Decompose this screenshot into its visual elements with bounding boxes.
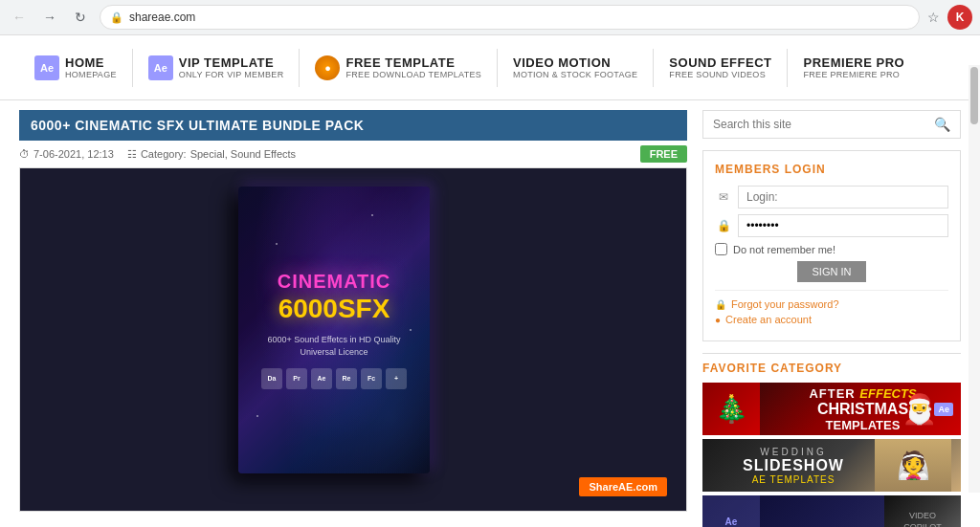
post-category-label: Category: xyxy=(141,148,187,160)
effects-text: EFFECTS xyxy=(859,386,916,401)
search-icon[interactable]: 🔍 xyxy=(934,117,950,132)
login-field: ✉ xyxy=(715,186,948,209)
forgot-link[interactable]: Forgot your password? xyxy=(731,298,839,310)
nav-sound-labels: SOUND EFFECT FREE SOUND VIDEOS xyxy=(669,55,771,79)
nav-free-sub: FREE DOWNLOAD TEMPLATES xyxy=(345,70,481,79)
forward-button[interactable]: → xyxy=(38,6,61,29)
nav-video[interactable]: VIDEO MOTION MOTION & STOCK FOOTAGE xyxy=(498,55,653,79)
nav-vip-labels: VIP TEMPLATE ONLY FOR VIP MEMBER xyxy=(179,55,284,79)
password-input[interactable] xyxy=(738,214,948,237)
address-bar[interactable]: 🔒 shareae.com xyxy=(100,5,920,30)
sfx-logos: Da Pr Ae Re Fc + xyxy=(261,368,407,389)
sfx-stars xyxy=(238,187,430,473)
post-meta: ⏱ 7-06-2021, 12:13 ☷ Category: Special, … xyxy=(19,141,687,167)
nav-free-main: FREE TEMPLATE xyxy=(345,55,481,70)
refresh-button[interactable]: ↻ xyxy=(69,6,92,29)
back-button[interactable]: ← xyxy=(8,6,31,29)
logo-extra: + xyxy=(386,368,407,389)
christmas-text: CHRISTMAS xyxy=(765,401,961,418)
login-input[interactable] xyxy=(738,186,948,209)
password-field: 🔒 xyxy=(715,214,948,237)
circle-free-icon: ● xyxy=(315,55,340,80)
right-sidebar: 🔍 MEMBERS LOGIN ✉ 🔒 Do not remember me! … xyxy=(702,110,961,518)
post-title: 6000+ CINEMATIC SFX ULTIMATE BUNDLE PACK xyxy=(19,110,687,141)
browser-toolbar: ← → ↻ 🔒 shareae.com ☆ K xyxy=(0,0,980,34)
remember-checkbox[interactable] xyxy=(715,243,727,255)
sfx-title-line2: 6000SFX xyxy=(278,296,390,322)
nav-free[interactable]: ● FREE TEMPLATE FREE DOWNLOAD TEMPLATES xyxy=(300,55,497,80)
nav-sound[interactable]: SOUND EFFECT FREE SOUND VIDEOS xyxy=(654,55,787,79)
ae-templates-label: AE TEMPLATES xyxy=(712,474,875,485)
after-text: AFTER xyxy=(809,386,859,401)
fav-item-wedding[interactable]: WEDDING SLIDESHOW AE TEMPLATES 👰 xyxy=(702,439,961,492)
nav-video-labels: VIDEO MOTION MOTION & STOCK FOOTAGE xyxy=(513,55,637,79)
fav-item-third[interactable]: Ae VIDEOCOPILOT xyxy=(702,495,961,527)
nav-sound-main: SOUND EFFECT xyxy=(669,55,771,70)
third-content xyxy=(760,518,884,526)
login-box: MEMBERS LOGIN ✉ 🔒 Do not remember me! SI… xyxy=(702,150,961,341)
sfx-desc-line2: Universal Licence xyxy=(267,346,400,359)
sfx-desc: 6000+ Sound Effetcs in HD Quality Univer… xyxy=(267,334,400,358)
sidebar-divider xyxy=(702,353,961,354)
clock-icon: ⏱ xyxy=(19,148,30,160)
search-box: 🔍 xyxy=(702,110,961,139)
url-text: shareae.com xyxy=(129,11,909,24)
nav-home-main: HOME xyxy=(65,55,117,70)
slideshow-label: SLIDESHOW xyxy=(712,457,875,474)
nav-vip[interactable]: Ae VIP TEMPLATE ONLY FOR VIP MEMBER xyxy=(133,55,300,80)
nav-premiere-labels: PREMIERE PRO FREE PREMIERE PRO xyxy=(803,55,904,79)
fav-item-christmas[interactable]: 🎄 AFTER EFFECTS CHRISTMAS TEMPLATES Ae xyxy=(702,383,961,435)
list-icon: ☷ xyxy=(127,148,137,161)
profile-button[interactable]: K xyxy=(947,5,972,30)
nav-sound-sub: FREE SOUND VIDEOS xyxy=(669,70,771,79)
ae-vip-icon: Ae xyxy=(148,55,173,80)
post-image-area: CINEMATIC 6000SFX 6000+ Sound Effetcs in… xyxy=(19,167,687,512)
login-title: MEMBERS LOGIN xyxy=(715,163,948,176)
nav-home[interactable]: Ae HOME HOMEPAGE xyxy=(19,55,132,80)
nav-video-sub: MOTION & STOCK FOOTAGE xyxy=(513,70,637,79)
nav-vip-main: VIP TEMPLATE xyxy=(179,55,284,70)
create-link[interactable]: Create an account xyxy=(725,314,812,325)
logo-davinci: Da xyxy=(261,368,282,389)
sfx-box-face: CINEMATIC 6000SFX 6000+ Sound Effetcs in… xyxy=(238,187,430,473)
scrollbar-thumb xyxy=(970,67,978,124)
christmas-left-decoration: 🎄 xyxy=(702,383,760,435)
bookmark-icon[interactable]: ☆ xyxy=(927,10,940,25)
free-badge: FREE xyxy=(640,145,687,163)
sfx-desc-line1: 6000+ Sound Effetcs in HD Quality xyxy=(267,334,400,346)
nav-bar: Ae HOME HOMEPAGE Ae VIP TEMPLATE ONLY FO… xyxy=(0,35,980,100)
lock-sm-icon: 🔒 xyxy=(715,299,726,310)
christmas-text-area: AFTER EFFECTS CHRISTMAS TEMPLATES xyxy=(765,386,961,432)
nav-premiere[interactable]: PREMIERE PRO FREE PREMIERE PRO xyxy=(788,55,920,79)
ae-logo-area: Ae xyxy=(934,403,953,416)
search-input[interactable] xyxy=(713,118,934,131)
page-wrapper: Ae HOME HOMEPAGE Ae VIP TEMPLATE ONLY FO… xyxy=(0,35,980,527)
third-right: VIDEOCOPILOT xyxy=(884,495,961,527)
ae-logo-badge: Ae xyxy=(934,403,953,416)
favorite-category: FAVORITE CATEGORY 🎄 AFTER EFFECTS CHRIST… xyxy=(702,362,961,527)
remember-row: Do not remember me! xyxy=(715,243,948,255)
forgot-link-row: 🔒 Forgot your password? xyxy=(715,298,948,310)
post-category: Special, Sound Effects xyxy=(190,148,296,160)
create-link-row: ● Create an account xyxy=(715,314,948,325)
templates-text: TEMPLATES xyxy=(765,418,961,432)
nav-vip-sub: ONLY FOR VIP MEMBER xyxy=(179,70,284,79)
wedding-image: 👰 xyxy=(875,439,951,492)
lock-field-icon: 🔒 xyxy=(715,219,732,232)
post-meta-inner: ⏱ 7-06-2021, 12:13 ☷ Category: Special, … xyxy=(19,148,633,161)
lock-icon: 🔒 xyxy=(110,11,123,24)
left-content: 6000+ CINEMATIC SFX ULTIMATE BUNDLE PACK… xyxy=(19,110,687,518)
wedding-label: WEDDING xyxy=(712,447,875,457)
main-container: 6000+ CINEMATIC SFX ULTIMATE BUNDLE PACK… xyxy=(0,100,980,527)
nav-premiere-sub: FREE PREMIERE PRO xyxy=(803,70,904,79)
video-copilot-text: VIDEOCOPILOT xyxy=(903,511,942,527)
meta-separator xyxy=(118,148,123,160)
logo-fcp: Fc xyxy=(361,368,382,389)
signin-button[interactable]: SIGN IN xyxy=(797,261,867,282)
third-left: Ae xyxy=(702,495,760,527)
ae-home-icon: Ae xyxy=(34,55,59,80)
shareae-badge: ShareAE.com xyxy=(579,477,667,496)
sfx-title-line1: CINEMATIC xyxy=(278,271,391,292)
logo-resolve: Re xyxy=(336,368,357,389)
scrollbar[interactable] xyxy=(969,65,980,493)
